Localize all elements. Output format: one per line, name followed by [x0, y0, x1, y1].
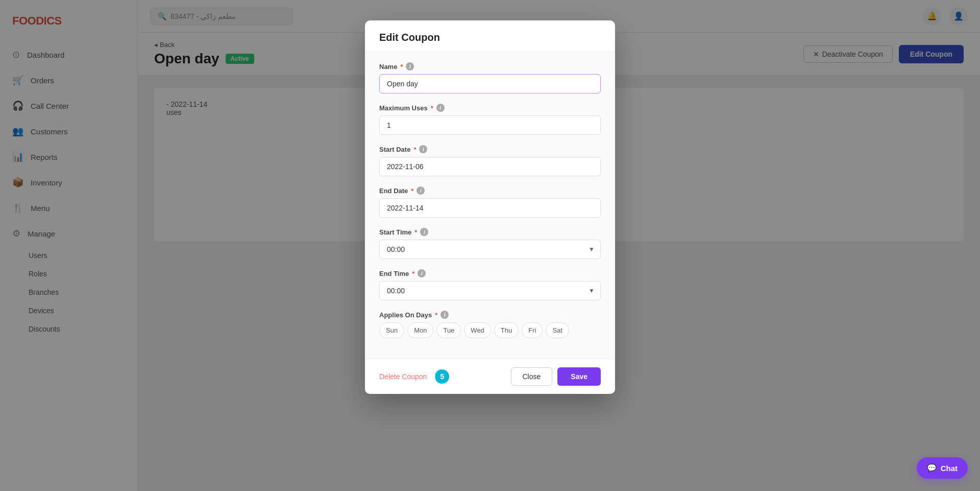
- max-uses-field-group: Maximum Uses * i: [379, 104, 601, 135]
- start-date-info-icon: i: [419, 145, 427, 153]
- day-wed-button[interactable]: Wed: [464, 322, 491, 338]
- name-info-icon: i: [406, 62, 414, 71]
- end-time-select[interactable]: 00:00 01:00 02:00: [379, 281, 601, 300]
- max-uses-label: Maximum Uses * i: [379, 104, 601, 112]
- modal-overlay[interactable]: Edit Coupon Name * i Maximum Uses * i: [0, 0, 980, 491]
- day-sat-button[interactable]: Sat: [546, 322, 569, 338]
- day-thu-button[interactable]: Thu: [494, 322, 519, 338]
- modal-body: Name * i Maximum Uses * i Start Date: [365, 52, 615, 359]
- name-label: Name * i: [379, 62, 601, 71]
- modal-header: Edit Coupon: [365, 20, 615, 52]
- close-button[interactable]: Close: [511, 367, 553, 386]
- max-uses-input[interactable]: [379, 115, 601, 135]
- end-time-info-icon: i: [418, 269, 426, 277]
- day-tue-button[interactable]: Tue: [436, 322, 461, 338]
- start-date-label: Start Date * i: [379, 145, 601, 153]
- start-date-required: *: [413, 146, 416, 153]
- edit-coupon-modal: Edit Coupon Name * i Maximum Uses * i: [365, 20, 615, 394]
- max-uses-required: *: [431, 104, 433, 112]
- start-time-select[interactable]: 00:00 01:00 02:00: [379, 240, 601, 259]
- day-sun-button[interactable]: Sun: [379, 322, 404, 338]
- name-field-group: Name * i: [379, 62, 601, 93]
- start-time-required: *: [414, 228, 417, 236]
- end-date-required: *: [411, 187, 413, 195]
- start-time-field-group: Start Time * i 00:00 01:00 02:00 ▼: [379, 228, 601, 259]
- start-date-input[interactable]: [379, 157, 601, 176]
- end-time-select-wrapper: 00:00 01:00 02:00 ▼: [379, 281, 601, 300]
- start-date-field-group: Start Date * i: [379, 145, 601, 176]
- end-time-field-group: End Time * i 00:00 01:00 02:00 ▼: [379, 269, 601, 300]
- end-time-required: *: [412, 270, 414, 277]
- days-row: Sun Mon Tue Wed Thu Fri Sat: [379, 322, 601, 338]
- applies-on-days-label: Applies On Days * i: [379, 311, 601, 319]
- name-input[interactable]: [379, 74, 601, 93]
- applies-on-days-info-icon: i: [440, 311, 449, 319]
- end-date-input[interactable]: [379, 198, 601, 218]
- chat-label: Chat: [941, 464, 958, 473]
- end-date-field-group: End Date * i: [379, 186, 601, 218]
- applies-on-days-required: *: [435, 311, 437, 319]
- modal-title: Edit Coupon: [379, 32, 601, 43]
- applies-on-days-group: Applies On Days * i Sun Mon Tue Wed Thu …: [379, 311, 601, 338]
- start-time-label: Start Time * i: [379, 228, 601, 236]
- modal-footer: Delete Coupon 5 Close Save: [365, 359, 615, 394]
- modal-action-buttons: Close Save: [511, 367, 601, 386]
- save-button[interactable]: Save: [557, 367, 601, 386]
- end-time-label: End Time * i: [379, 269, 601, 277]
- delete-coupon-link[interactable]: Delete Coupon: [379, 372, 427, 381]
- delete-area: Delete Coupon 5: [379, 369, 449, 384]
- day-mon-button[interactable]: Mon: [407, 322, 433, 338]
- max-uses-info-icon: i: [436, 104, 445, 112]
- name-required: *: [400, 63, 403, 71]
- badge-number: 5: [435, 369, 449, 384]
- start-time-info-icon: i: [420, 228, 428, 236]
- chat-icon: 💬: [927, 463, 937, 473]
- end-date-info-icon: i: [416, 186, 425, 195]
- end-date-label: End Date * i: [379, 186, 601, 195]
- day-fri-button[interactable]: Fri: [522, 322, 543, 338]
- start-time-select-wrapper: 00:00 01:00 02:00 ▼: [379, 240, 601, 259]
- chat-bubble[interactable]: 💬 Chat: [917, 457, 968, 479]
